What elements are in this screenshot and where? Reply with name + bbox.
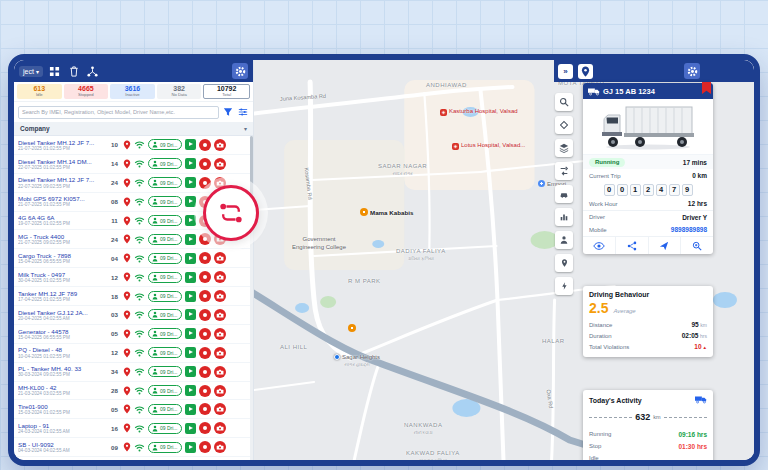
vehicle-name[interactable]: 4G 6A 4G 6A — [18, 214, 106, 221]
video-icon[interactable] — [185, 234, 196, 245]
location-pin-icon[interactable] — [123, 404, 131, 414]
location-pin-icon[interactable] — [123, 423, 131, 433]
video-icon[interactable] — [185, 253, 196, 264]
vehicle-row[interactable]: Diesel Tanker MH.12 JF 7... 21-07-2025 0… — [14, 136, 253, 155]
video-icon[interactable] — [185, 328, 196, 339]
vehicle-name[interactable]: PQ - Diesel - 48 — [18, 346, 106, 353]
video-icon[interactable] — [185, 196, 196, 207]
alert-icon[interactable] — [199, 252, 211, 264]
location-pin-icon[interactable] — [123, 310, 131, 320]
vehicle-name[interactable]: Diesel Tanker MH.12 JF 7... — [18, 176, 106, 183]
funnel-icon[interactable] — [222, 106, 234, 118]
vehicle-row[interactable]: Generator - 44578 15-04-2025 06:55:55 PM… — [14, 325, 253, 344]
alert-icon[interactable] — [199, 441, 211, 453]
network-icon[interactable] — [86, 64, 100, 78]
location-pin-icon[interactable] — [123, 197, 131, 207]
scrollbar[interactable] — [250, 136, 253, 460]
share-icon[interactable] — [615, 237, 648, 254]
driver-pill[interactable]: 09 Dri... — [148, 347, 182, 358]
alert-icon[interactable] — [199, 177, 211, 189]
vehicle-row[interactable]: Diesel Tanker MH.14 DM... 22-07-2025 01:… — [14, 155, 253, 174]
alert-icon[interactable] — [199, 290, 211, 302]
layers-icon[interactable] — [555, 139, 573, 157]
video-icon[interactable] — [185, 177, 196, 188]
location-pin-icon[interactable] — [123, 253, 131, 263]
vehicle-name[interactable]: PL - Tanker MH. 40. 33 — [18, 365, 106, 372]
vehicle-row[interactable]: Laptop - 91 24-03-2024 01:02:55 AM 16 09… — [14, 419, 253, 438]
trash-icon[interactable] — [67, 64, 81, 78]
driver-pill[interactable]: 09 Dri... — [148, 253, 182, 264]
location-pin-icon[interactable] — [123, 140, 131, 150]
alert-icon[interactable] — [199, 403, 211, 415]
vehicle-row[interactable]: Tire01-900 15-03-2024 01:02:55 PM 05 09 … — [14, 400, 253, 419]
location-pin-icon[interactable] — [123, 216, 131, 226]
zoom-in-icon[interactable] — [680, 237, 713, 254]
vehicle-name[interactable]: MH-KL00 - 42 — [18, 384, 106, 391]
video-icon[interactable] — [185, 291, 196, 302]
video-icon[interactable] — [185, 385, 196, 396]
camera-icon[interactable] — [214, 422, 226, 434]
alert-icon[interactable] — [199, 158, 211, 170]
driver-pill[interactable]: 09 Dri... — [148, 291, 182, 302]
driver-pill[interactable]: 09 Dri... — [148, 423, 182, 434]
video-icon[interactable] — [185, 347, 196, 358]
eye-icon[interactable] — [583, 237, 615, 254]
vehicle-name[interactable]: MG - Truck 4400 — [18, 233, 106, 240]
vehicle-row[interactable]: MH-KL00 - 42 21-03-2024 03:02:55 PM 28 0… — [14, 382, 253, 401]
driver-pill[interactable]: 09 Dri... — [148, 215, 182, 226]
driver-pill[interactable]: 09 Dri... — [148, 139, 182, 150]
vehicle-row[interactable]: PQ - Diesel - 48 10-04-2025 01:02:55 PM … — [14, 344, 253, 363]
video-icon[interactable] — [185, 272, 196, 283]
video-icon[interactable] — [185, 423, 196, 434]
car-icon[interactable] — [555, 185, 573, 203]
driver-pill[interactable]: 09 Dri... — [148, 328, 182, 339]
group-header-company[interactable]: Company ▾ — [14, 122, 253, 136]
driver-pill[interactable]: 09 Dri... — [148, 404, 182, 415]
location-pin-icon[interactable] — [123, 291, 131, 301]
camera-icon[interactable] — [214, 252, 226, 264]
camera-icon[interactable] — [214, 366, 226, 378]
video-icon[interactable] — [185, 309, 196, 320]
vehicle-name[interactable]: Tanker MH.12 JF 789 — [18, 290, 106, 297]
vehicle-name[interactable]: Mobi GPS 6972 KI057... — [18, 195, 106, 202]
alert-icon[interactable] — [199, 347, 211, 359]
vehicle-name[interactable]: Generator - 44578 — [18, 328, 106, 335]
gear-icon[interactable] — [232, 63, 248, 79]
camera-icon[interactable] — [214, 290, 226, 302]
video-icon[interactable] — [185, 404, 196, 415]
grid-icon[interactable] — [48, 64, 62, 78]
feature-highlight[interactable] — [203, 185, 259, 241]
video-icon[interactable] — [185, 158, 196, 169]
vehicle-name[interactable]: Cargo Truck - 7898 — [18, 252, 106, 259]
send-icon[interactable] — [648, 237, 681, 254]
chart-icon[interactable] — [555, 208, 573, 226]
vehicle-row[interactable]: Diesel Tanker GJ.12 JA... 20-04-2025 04:… — [14, 306, 253, 325]
driver-pill[interactable]: 09 Dri... — [148, 309, 182, 320]
location-icon[interactable] — [578, 64, 593, 79]
camera-icon[interactable] — [214, 328, 226, 340]
driver-pill[interactable]: 09 Dri... — [148, 196, 182, 207]
location-pin-icon[interactable] — [123, 329, 131, 339]
camera-icon[interactable] — [214, 158, 226, 170]
vehicle-name[interactable]: Laptop - 91 — [18, 422, 106, 429]
location-pin-icon[interactable] — [123, 442, 131, 452]
object-dropdown[interactable]: ject ▾ — [19, 66, 43, 77]
camera-icon[interactable] — [214, 385, 226, 397]
location-pin-icon[interactable] — [123, 367, 131, 377]
vehicle-row[interactable]: Milk Truck - 0497 30-04-2025 01:02:55 PM… — [14, 268, 253, 287]
location-pin-icon[interactable] — [123, 272, 131, 282]
sliders-icon[interactable] — [237, 106, 249, 118]
search-icon[interactable] — [555, 93, 573, 111]
video-icon[interactable] — [185, 139, 196, 150]
vehicle-row[interactable]: PL - Tanker MH. 40. 33 30-03-2024 09:02:… — [14, 363, 253, 382]
alert-icon[interactable] — [199, 328, 211, 340]
driver-pill[interactable]: 09 Dri... — [148, 158, 182, 169]
driver-pill[interactable]: 09 Dri... — [148, 234, 182, 245]
vehicle-name[interactable]: Tire01-900 — [18, 403, 106, 410]
alert-icon[interactable] — [199, 271, 211, 283]
vehicle-name[interactable]: Diesel Tanker MH.12 JF 7... — [18, 139, 106, 146]
location-pin-icon[interactable] — [123, 386, 131, 396]
camera-icon[interactable] — [214, 441, 226, 453]
pin-icon[interactable] — [555, 254, 573, 272]
alert-icon[interactable] — [199, 422, 211, 434]
